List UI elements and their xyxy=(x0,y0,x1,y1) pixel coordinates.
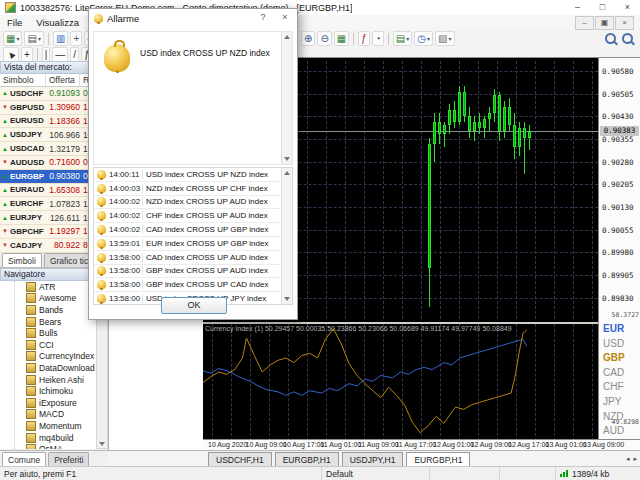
chart-tabs: USDCHF,H1EURGBP,H1USDJPY,H1EURGBP,H1 xyxy=(205,452,470,466)
alert-row[interactable]: 13:59:01EUR index CROSS UP GBP index xyxy=(94,237,292,251)
candle[interactable] xyxy=(483,119,486,128)
gridline xyxy=(535,61,536,319)
candle[interactable] xyxy=(528,131,531,138)
candle[interactable] xyxy=(498,95,501,131)
time-label: 11 Aug 01:00 xyxy=(321,441,362,448)
scroll-down-icon[interactable] xyxy=(284,297,290,301)
trendline-button[interactable]: / xyxy=(70,47,79,62)
currency-label-usd: USD xyxy=(598,337,640,352)
mdi-minimize-button[interactable]: – xyxy=(575,16,594,30)
candle[interactable] xyxy=(468,116,471,131)
alert-row[interactable]: 13:58:00GBP index CROSS UP CAD index xyxy=(94,278,292,292)
minimize-button[interactable]: – xyxy=(565,0,590,14)
candle[interactable] xyxy=(503,107,506,131)
add-indicator-icon: ▤ xyxy=(396,33,405,44)
zoom-out-button[interactable]: ⊖ xyxy=(317,31,331,46)
help-button[interactable]: ? xyxy=(252,10,274,25)
candle[interactable] xyxy=(508,107,511,125)
candle[interactable] xyxy=(428,144,431,268)
candle[interactable] xyxy=(513,125,516,146)
new-chart-button[interactable]: ▦▾ xyxy=(3,31,22,46)
chart-tab-eurgbp-h1[interactable]: EURGBP,H1 xyxy=(275,452,339,466)
time-label: 10 Aug 2020 xyxy=(208,441,247,448)
candle[interactable] xyxy=(438,122,441,134)
candle[interactable] xyxy=(488,113,491,119)
dialog-buttons: ? × xyxy=(252,10,296,25)
tab-scroll-left-icon[interactable]: ◂ xyxy=(626,455,630,463)
list-scrollbar[interactable] xyxy=(281,168,292,304)
time-label: 10 Aug 17:00 xyxy=(283,441,324,448)
close-button[interactable]: × xyxy=(274,10,296,25)
alert-row[interactable]: 14:00:02CAD index CROSS UP GBP index xyxy=(94,223,292,237)
chart-tab-usdjpy-h1[interactable]: USDJPY,H1 xyxy=(342,452,404,466)
candle[interactable] xyxy=(458,92,461,122)
market-watch-button[interactable]: ▥ xyxy=(53,31,68,46)
candle[interactable] xyxy=(453,110,456,122)
time-label: 12 Aug 17:00 xyxy=(508,441,549,448)
community-icon[interactable] xyxy=(622,33,633,44)
scroll-up-icon[interactable] xyxy=(284,35,290,39)
indicators-button[interactable]: ƒ xyxy=(358,31,370,46)
candle[interactable] xyxy=(448,110,451,125)
templates-button[interactable]: ▧▾ xyxy=(435,31,454,46)
down-arrow-icon: ▼ xyxy=(2,159,8,165)
navigator-item-label: ATR xyxy=(39,282,55,292)
candle[interactable] xyxy=(473,122,476,131)
candle[interactable] xyxy=(518,128,521,146)
column-header[interactable]: Simbolo xyxy=(0,74,46,86)
scroll-down-icon[interactable] xyxy=(99,442,105,446)
menu-file[interactable]: File xyxy=(0,17,29,28)
data-window-button[interactable]: + xyxy=(70,31,82,46)
period-clock-button[interactable]: ◷▾ xyxy=(414,31,433,46)
alert-row[interactable]: 14:00:03NZD index CROSS UP CHF index xyxy=(94,182,292,196)
time-label: 10 Aug 09:00 xyxy=(246,441,287,448)
scroll-up-icon[interactable] xyxy=(284,171,290,175)
candle-wick xyxy=(489,107,490,131)
column-header[interactable]: Offerta xyxy=(46,74,80,86)
candle[interactable] xyxy=(433,122,436,143)
periods-button[interactable]: ◔ xyxy=(372,31,384,46)
tab-comune[interactable]: Comune xyxy=(2,452,46,466)
candle[interactable] xyxy=(493,95,496,113)
profiles-button[interactable]: ▤▾ xyxy=(24,31,43,46)
mdi-restore-button[interactable]: ▣ xyxy=(595,16,614,30)
tab-scroll-right-icon[interactable]: ▸ xyxy=(633,455,637,463)
currency-index-subwindow[interactable]: Currency Index (1) 50.29457 50.00035 50.… xyxy=(203,322,598,441)
connection-bars-icon xyxy=(560,470,569,477)
tile-windows-button[interactable]: ▦ xyxy=(334,31,349,46)
alert-row[interactable]: 14:00:11USD index CROSS UP NZD index xyxy=(94,168,292,182)
status-profile[interactable]: Default xyxy=(322,467,430,480)
mdi-close-button[interactable]: × xyxy=(615,16,634,30)
candle[interactable] xyxy=(478,122,481,128)
crosshair-button[interactable]: + xyxy=(21,47,33,62)
cursor-button[interactable]: ▲ xyxy=(3,47,19,62)
search-icon[interactable] xyxy=(605,33,616,44)
alert-row[interactable]: 13:58:00GBP index CROSS UP AUD index xyxy=(94,265,292,279)
chart-tab-usdchf-h1[interactable]: USDCHF,H1 xyxy=(208,452,272,466)
maximize-button[interactable]: □ xyxy=(590,0,615,14)
candle[interactable] xyxy=(523,128,526,137)
tab-preferiti[interactable]: Preferiti xyxy=(48,452,89,466)
navigator-item-label: Awesome xyxy=(39,293,76,303)
bell-icon xyxy=(97,184,106,193)
alert-dialog-titlebar[interactable]: Allarme ? × xyxy=(89,9,297,27)
scroll-down-icon[interactable] xyxy=(284,157,290,161)
alert-time: 14:00:02 xyxy=(109,225,142,234)
add-indicator-button[interactable]: ▤▾ xyxy=(393,31,412,46)
close-button[interactable]: × xyxy=(615,0,640,14)
chart-tab-eurgbp-h1[interactable]: EURGBP,H1 xyxy=(406,452,470,466)
vertical-line-button[interactable]: | xyxy=(42,47,51,62)
menu-visualizza[interactable]: Visualizza xyxy=(29,17,86,28)
down-arrow-icon: ▼ xyxy=(2,228,8,234)
alert-row[interactable]: 14:00:02NZD index CROSS UP AUD index xyxy=(94,196,292,210)
candle[interactable] xyxy=(463,92,466,116)
alert-row[interactable]: 14:00:02CHF index CROSS UP AUD index xyxy=(94,209,292,223)
tab-simboli[interactable]: Simboli xyxy=(2,253,42,267)
horizontal-line-button[interactable]: — xyxy=(52,47,68,62)
candle[interactable] xyxy=(443,125,446,134)
ok-button[interactable]: OK xyxy=(161,297,227,314)
zoom-in-button[interactable]: ⊕ xyxy=(301,31,315,46)
alert-row[interactable]: 13:58:00CAD index CROSS UP AUD index xyxy=(94,251,292,265)
toolbar-separator xyxy=(388,33,389,45)
message-scrollbar[interactable] xyxy=(281,32,292,164)
